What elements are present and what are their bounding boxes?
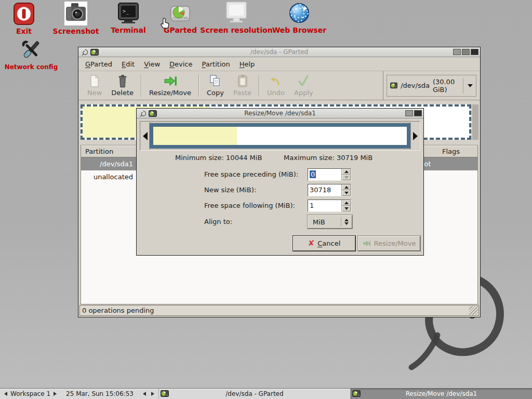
taskbar-item-resize-dialog[interactable]: Resize/Move /dev/sda1 bbox=[351, 389, 532, 399]
desktop-icon-network-config[interactable]: Network config bbox=[0, 37, 62, 71]
menu-partition[interactable]: Partition bbox=[197, 58, 235, 70]
window-cycle-arrows bbox=[139, 392, 158, 396]
next-workspace-icon[interactable] bbox=[54, 392, 57, 396]
menu-edit[interactable]: Edit bbox=[117, 58, 139, 70]
toolbar-separator bbox=[198, 75, 200, 97]
field-align-to: Align to: MiB bbox=[137, 214, 423, 230]
gparted-app-icon bbox=[161, 390, 169, 397]
menubar: GParted Edit View Device Partition Help bbox=[78, 57, 480, 71]
align-to-combo[interactable]: MiB bbox=[308, 215, 352, 229]
slider-left-handle[interactable] bbox=[141, 122, 150, 150]
main-window-title: /dev/sda - GParted bbox=[78, 48, 480, 56]
dialog-title: Resize/Move /dev/sda1 bbox=[137, 110, 423, 117]
checkmark-icon bbox=[297, 74, 310, 88]
toolbar-delete-button[interactable]: Delete bbox=[107, 73, 138, 98]
taskbar-item-gparted[interactable]: /dev/sda - GParted bbox=[158, 389, 351, 399]
prev-window-icon[interactable] bbox=[143, 392, 146, 396]
dialog-titlebar[interactable]: Resize/Move /dev/sda1 bbox=[137, 109, 423, 118]
desktop-icon-exit[interactable]: Exit bbox=[7, 2, 41, 35]
desktop: Exit Screenshot >_ Terminal bbox=[0, 0, 532, 399]
device-selector[interactable]: /dev/sda (30.00 GiB) bbox=[387, 75, 476, 97]
slider-frame[interactable] bbox=[150, 123, 410, 149]
workspace-label: Workspace 1 bbox=[10, 390, 50, 397]
combo-arrows-icon bbox=[341, 219, 352, 225]
maximize-button[interactable] bbox=[405, 110, 413, 116]
monitor-icon bbox=[224, 1, 248, 25]
camera-icon bbox=[64, 1, 88, 26]
field-free-space-preceding: Free space preceding (MiB): 0 bbox=[137, 167, 423, 182]
minimize-button[interactable] bbox=[453, 49, 461, 55]
device-selector-cell: /dev/sda (30.00 GiB) bbox=[383, 71, 480, 100]
pending-operations-text: 0 operations pending bbox=[82, 307, 154, 314]
menu-gparted[interactable]: GParted bbox=[81, 58, 117, 70]
desktop-icon-screenshot[interactable]: Screenshot bbox=[52, 1, 100, 35]
right-arrow-icon bbox=[413, 132, 418, 140]
toolbar-undo-button[interactable]: Undo bbox=[262, 73, 289, 98]
toolbar-resize-move-button[interactable]: Resize/Move bbox=[144, 73, 196, 98]
crossed-tools-icon bbox=[19, 37, 44, 62]
close-button[interactable] bbox=[471, 49, 478, 55]
left-arrow-icon bbox=[143, 132, 148, 140]
status-bar: 0 operations pending bbox=[79, 305, 479, 316]
gparted-disk-icon bbox=[169, 3, 192, 25]
hand-cursor bbox=[160, 17, 170, 30]
taskbar: Workspace 1 25 Mar, Sun 15:06:53 /dev/sd… bbox=[0, 388, 532, 399]
spin-down-button[interactable] bbox=[342, 206, 351, 211]
toolbar-paste-button[interactable]: Paste bbox=[229, 73, 256, 98]
field-free-space-following: Free space following (MiB): 1 bbox=[137, 198, 423, 214]
new-document-icon bbox=[88, 74, 101, 88]
spin-down-button[interactable] bbox=[342, 175, 351, 180]
prev-workspace-icon[interactable] bbox=[4, 392, 7, 396]
partition-name: /dev/sda1 bbox=[81, 157, 133, 170]
resize-arrow-icon bbox=[164, 74, 177, 88]
gparted-app-icon bbox=[352, 390, 361, 397]
toolbar-apply-button[interactable]: Apply bbox=[289, 73, 318, 98]
copy-pages-icon bbox=[209, 74, 221, 88]
maximize-button[interactable] bbox=[462, 49, 470, 55]
dialog-buttons: ✘ Cancel Resize/Move bbox=[137, 236, 423, 251]
desktop-icon-screen-resolution[interactable]: Screen resolution bbox=[200, 1, 273, 34]
resize-move-button[interactable]: Resize/Move bbox=[358, 236, 420, 251]
disk-visual-scrollbar[interactable] bbox=[472, 104, 478, 140]
device-size: (30.00 GiB) bbox=[433, 78, 463, 94]
spin-up-button[interactable] bbox=[342, 184, 351, 190]
workspace-switcher[interactable]: Workspace 1 bbox=[0, 390, 61, 397]
cancel-button[interactable]: ✘ Cancel bbox=[293, 236, 355, 251]
desktop-icon-web-browser[interactable]: Web Browser bbox=[270, 2, 328, 34]
toolbar-copy-button[interactable]: Copy bbox=[202, 73, 229, 98]
new-size-input[interactable]: 30718 bbox=[308, 184, 351, 196]
menu-view[interactable]: View bbox=[139, 58, 165, 70]
trash-icon bbox=[116, 74, 129, 88]
menu-device[interactable]: Device bbox=[165, 58, 197, 70]
spin-down-button[interactable] bbox=[342, 190, 351, 196]
toolbar: New Delete Resize/Move bbox=[78, 71, 480, 100]
resize-arrow-icon bbox=[363, 240, 371, 247]
next-window-icon[interactable] bbox=[151, 392, 154, 396]
column-header-partition[interactable]: Partition bbox=[85, 148, 113, 155]
toolbar-separator bbox=[259, 75, 260, 97]
free-space-following-input[interactable]: 1 bbox=[308, 200, 351, 212]
clock: 25 Mar, Sun 15:06:53 bbox=[61, 390, 139, 397]
spin-up-button[interactable] bbox=[342, 200, 351, 206]
terminal-icon: >_ bbox=[117, 2, 139, 25]
free-space-preceding-input[interactable]: 0 bbox=[308, 168, 351, 181]
resize-slider bbox=[140, 121, 420, 151]
column-header-flags[interactable]: Flags bbox=[424, 148, 478, 155]
selected-value: 0 bbox=[310, 170, 316, 178]
toolbar-new-button[interactable]: New bbox=[83, 73, 107, 98]
red-x-icon: ✘ bbox=[308, 240, 315, 247]
slider-right-handle[interactable] bbox=[410, 122, 419, 150]
toolbar-separator bbox=[141, 75, 142, 97]
clipboard-icon bbox=[236, 74, 249, 88]
menu-help[interactable]: Help bbox=[235, 58, 260, 70]
svg-text:>_: >_ bbox=[123, 8, 129, 15]
close-button[interactable] bbox=[414, 110, 422, 116]
device-path: /dev/sda bbox=[401, 82, 430, 89]
main-titlebar[interactable]: /dev/sda - GParted bbox=[78, 47, 480, 57]
desktop-icon-terminal[interactable]: >_ Terminal bbox=[110, 2, 147, 34]
maximum-size-label: Maximum size: 30719 MiB bbox=[284, 154, 373, 162]
minimum-size-label: Minimum size: 10044 MiB bbox=[175, 154, 262, 162]
chevron-down-icon bbox=[468, 84, 473, 87]
spin-up-button[interactable] bbox=[342, 169, 351, 175]
resize-grip[interactable] bbox=[469, 306, 478, 315]
